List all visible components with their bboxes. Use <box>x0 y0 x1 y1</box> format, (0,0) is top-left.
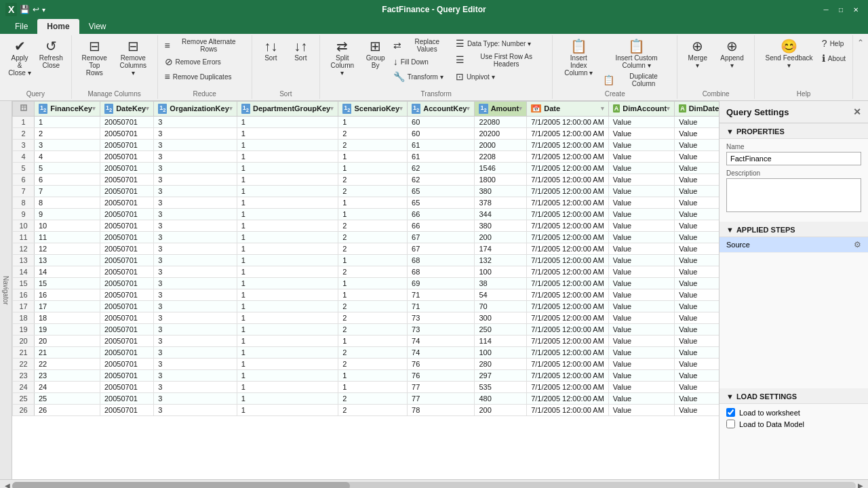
load-to-data-model-checkbox[interactable] <box>726 420 735 428</box>
cell-datekey: 20050701 <box>100 335 153 346</box>
table-row[interactable]: 33200507013126120007/1/2005 12:00:00 AMV… <box>13 139 719 150</box>
duplicate-column-button[interactable]: 📋 Duplicate Column <box>600 71 673 89</box>
scroll-right-button[interactable]: ▶ <box>856 482 865 488</box>
col-header-date[interactable]: 📅Date▾ <box>527 102 609 117</box>
accountkey-sort[interactable]: ▾ <box>467 105 470 112</box>
transform-button[interactable]: 🔧 Transform ▾ <box>391 70 453 84</box>
table-row[interactable]: 16162005070131171547/1/2005 12:00:00 AMV… <box>13 289 719 300</box>
name-field-input[interactable] <box>726 152 861 165</box>
table-row[interactable]: 44200507013116122087/1/2005 12:00:00 AMV… <box>13 150 719 162</box>
apply-close-button[interactable]: ✔ Apply &Close ▾ <box>4 37 35 78</box>
sort-descending-button[interactable]: ↓↑ Sort <box>285 37 315 63</box>
dropdown-arrow[interactable]: ▾ <box>42 6 45 14</box>
grid-area[interactable]: 12FinanceKey▾ 12DateKey▾ 12OrganizationK… <box>12 101 719 479</box>
table-row[interactable]: 111120050701312672007/1/2005 12:00:00 AM… <box>13 231 719 243</box>
table-row[interactable]: 222220050701312762807/1/2005 12:00:00 AM… <box>13 358 719 369</box>
table-row[interactable]: 202020050701311741147/1/2005 12:00:00 AM… <box>13 335 719 346</box>
quick-save-icon[interactable]: 💾 <box>20 5 30 14</box>
refresh-close-button[interactable]: ↺ RefreshClose <box>35 37 67 70</box>
unpivot-button[interactable]: ⊡ Unpivot ▾ <box>453 70 549 84</box>
table-row[interactable]: 55200507013116215467/1/2005 12:00:00 AMV… <box>13 162 719 174</box>
use-first-row-button[interactable]: ☰ Use First Row As Headers <box>453 52 549 69</box>
row-number-cell: 22 <box>13 358 35 369</box>
tab-home[interactable]: Home <box>37 19 79 34</box>
query-settings-close-button[interactable]: ✕ <box>853 106 861 117</box>
table-row[interactable]: 262620050701312782007/1/2005 12:00:00 AM… <box>13 404 719 415</box>
table-row[interactable]: 15152005070131169387/1/2005 12:00:00 AMV… <box>13 277 719 289</box>
quick-undo-icon[interactable]: ↩ <box>33 5 39 14</box>
step-item-source[interactable]: Source ⚙ <box>719 237 868 253</box>
col-header-dimdate[interactable]: ADimDate▾ <box>675 102 719 117</box>
table-row[interactable]: 141420050701312681007/1/2005 12:00:00 AM… <box>13 266 719 277</box>
tab-view[interactable]: View <box>79 19 116 34</box>
help-button[interactable]: ? Help <box>819 37 848 51</box>
col-header-accountkey[interactable]: 12AccountKey▾ <box>408 102 475 117</box>
table-row[interactable]: 222005070131260202007/1/2005 12:00:00 AM… <box>13 127 719 139</box>
sort-ascending-button[interactable]: ↑↓ Sort <box>256 37 285 63</box>
minimize-button[interactable]: ─ <box>819 4 833 15</box>
group-by-button[interactable]: ⊞ GroupBy <box>361 37 391 70</box>
insert-index-column-button[interactable]: 📋 Insert IndexColumn ▾ <box>557 37 600 78</box>
datekey-sort[interactable]: ▾ <box>146 105 149 112</box>
table-row[interactable]: 212120050701312741007/1/2005 12:00:00 AM… <box>13 346 719 358</box>
table-row[interactable]: 252520050701312774807/1/2005 12:00:00 AM… <box>13 392 719 404</box>
remove-top-rows-button[interactable]: ⊟ RemoveTop Rows <box>76 37 113 78</box>
amount-sort[interactable]: ▾ <box>519 105 522 112</box>
deptgroupkey-sort[interactable]: ▾ <box>330 105 334 112</box>
maximize-button[interactable]: □ <box>834 4 848 15</box>
properties-collapse-icon[interactable]: ▼ <box>726 127 734 136</box>
ribbon-collapse-button[interactable]: ⌃ <box>857 38 864 47</box>
table-row[interactable]: 242420050701311775357/1/2005 12:00:00 AM… <box>13 381 719 392</box>
replace-values-button[interactable]: ⇄ Replace Values <box>391 37 453 54</box>
table-row[interactable]: 112005070131160220807/1/2005 12:00:00 AM… <box>13 116 719 127</box>
col-header-dimaccount[interactable]: ADimAccount▾ <box>608 102 674 117</box>
orgkey-sort[interactable]: ▾ <box>229 105 233 112</box>
col-header-scenariokey[interactable]: 12ScenarioKey▾ <box>338 102 408 117</box>
append-button[interactable]: ⊕ Append ▾ <box>714 37 751 70</box>
table-row[interactable]: 181820050701312733007/1/2005 12:00:00 AM… <box>13 312 719 323</box>
cell-financekey: 25 <box>35 392 100 404</box>
insert-custom-column-button[interactable]: 📋 Insert CustomColumn ▾ <box>600 37 673 70</box>
date-sort[interactable]: ▾ <box>601 105 604 112</box>
close-button[interactable]: ✕ <box>849 4 863 15</box>
remove-alternate-rows-button[interactable]: ≡ Remove Alternate Rows <box>162 37 248 54</box>
horizontal-scrollbar[interactable] <box>12 482 856 489</box>
financekey-sort[interactable]: ▾ <box>92 105 96 112</box>
table-row[interactable]: 232320050701311762977/1/2005 12:00:00 AM… <box>13 369 719 381</box>
table-row[interactable]: 131320050701311681327/1/2005 12:00:00 AM… <box>13 254 719 266</box>
table-row[interactable]: 8820050701311653787/1/2005 12:00:00 AMVa… <box>13 197 719 208</box>
horizontal-scrollbar-thumb[interactable] <box>12 482 350 489</box>
table-row[interactable]: 9920050701311663447/1/2005 12:00:00 AMVa… <box>13 208 719 220</box>
col-header-orgkey[interactable]: 12OrganizationKey▾ <box>154 102 237 117</box>
scroll-left-button[interactable]: ◀ <box>3 482 12 488</box>
remove-errors-button[interactable]: ⊘ Remove Errors <box>162 55 248 69</box>
load-settings-collapse-icon[interactable]: ▼ <box>726 392 734 401</box>
table-row[interactable]: 121220050701312671747/1/2005 12:00:00 AM… <box>13 243 719 254</box>
load-to-worksheet-checkbox[interactable] <box>726 408 735 417</box>
remove-duplicates-button[interactable]: ≡ Remove Duplicates <box>162 70 248 84</box>
data-type-button[interactable]: ☰ Data Type: Number ▾ <box>453 37 549 51</box>
col-header-datekey[interactable]: 12DateKey▾ <box>100 102 153 117</box>
scenariokey-sort[interactable]: ▾ <box>399 105 403 112</box>
table-row[interactable]: 66200507013126218007/1/2005 12:00:00 AMV… <box>13 174 719 185</box>
remove-columns-button[interactable]: ⊟ RemoveColumns ▾ <box>113 37 153 78</box>
table-row[interactable]: 17172005070131271707/1/2005 12:00:00 AMV… <box>13 300 719 312</box>
tab-file[interactable]: File <box>5 19 37 34</box>
fill-down-button[interactable]: ↓ Fill Down <box>391 55 453 69</box>
merge-button[interactable]: ⊕ Merge ▾ <box>682 37 714 70</box>
col-header-financekey[interactable]: 12FinanceKey▾ <box>35 102 100 117</box>
applied-steps-collapse-icon[interactable]: ▼ <box>726 226 734 234</box>
send-feedback-button[interactable]: 😊 Send Feedback ▾ <box>759 37 819 70</box>
col-header-amount[interactable]: 12Amount▾ <box>475 102 527 117</box>
col-header-deptgroupkey[interactable]: 12DepartmentGroupKey▾ <box>237 102 338 117</box>
cell-scenariokey: 2 <box>338 127 408 139</box>
table-row[interactable]: 191920050701312732507/1/2005 12:00:00 AM… <box>13 323 719 335</box>
split-column-button[interactable]: ⇄ SplitColumn ▾ <box>324 37 361 78</box>
description-field-textarea[interactable] <box>726 178 861 212</box>
about-button[interactable]: ℹ About <box>819 52 848 66</box>
table-row[interactable]: 7720050701312653807/1/2005 12:00:00 AMVa… <box>13 185 719 197</box>
dimaccount-sort[interactable]: ▾ <box>667 105 670 112</box>
step-settings-gear-icon[interactable]: ⚙ <box>854 240 861 249</box>
table-row[interactable]: 101020050701312663807/1/2005 12:00:00 AM… <box>13 220 719 231</box>
about-label: About <box>828 55 846 62</box>
